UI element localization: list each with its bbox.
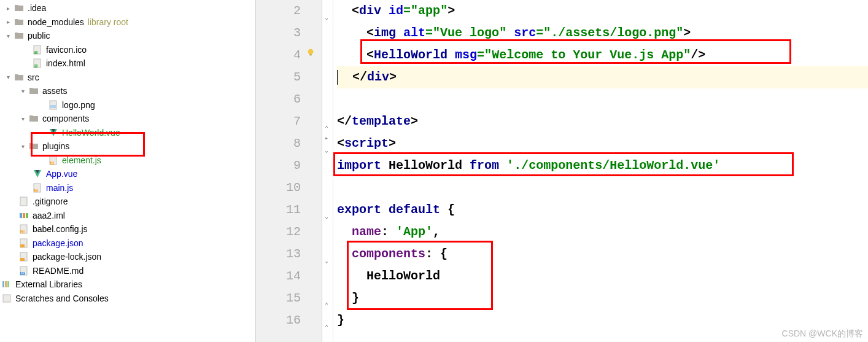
tree-item-packagejson[interactable]: package.json [0, 236, 255, 251]
code-line[interactable]: } [337, 287, 868, 309]
tree-item-elementjs[interactable]: JS element.js [0, 154, 255, 168]
code-line[interactable] [337, 88, 868, 111]
tree-item-public[interactable]: ▾ public [0, 29, 255, 43]
tree-item-assets[interactable]: ▾ assets [0, 84, 255, 98]
code-line[interactable]: import HelloWorld from './components/Hel… [337, 155, 868, 177]
chevron-right-icon: ▸ [4, 18, 12, 26]
code-line[interactable]: <img alt="Vue logo" src="./assets/logo.p… [337, 22, 868, 44]
svg-text:JS: JS [34, 188, 39, 192]
js-file-icon: JS [32, 183, 43, 193]
svg-text:H: H [34, 50, 37, 54]
code-area[interactable]: <div id="app"> <img alt="Vue logo" src="… [333, 0, 868, 342]
svg-rect-33 [309, 55, 312, 56]
watermark: CSDN @WCK的博客 [782, 328, 863, 340]
vue-file-icon [48, 128, 59, 138]
svg-rect-14 [20, 197, 27, 206]
svg-text:JS: JS [50, 161, 55, 165]
code-line[interactable] [337, 177, 868, 199]
tree-item-favicon[interactable]: H favicon.ico [0, 43, 255, 57]
gutter: 2 3 4 5 6 7 8 9 10 11 12 13 14 15 16 [256, 0, 322, 342]
svg-rect-17 [26, 213, 28, 218]
fold-handle-icon[interactable]: ⌄ [325, 206, 331, 212]
json-file-icon [18, 252, 29, 262]
fold-column[interactable]: ⌄ ⌃ ▸ ⌄ ⌄ ⌄ ⌃ ⌃ [322, 0, 333, 342]
svg-text:H: H [34, 64, 37, 68]
tree-item-mainjs[interactable]: JS main.js [0, 181, 255, 195]
tree-item-src[interactable]: ▾ src [0, 71, 255, 85]
tree-item-readme[interactable]: MD README.md [0, 264, 255, 278]
json-file-icon [18, 238, 29, 248]
code-line[interactable]: export default { [337, 199, 868, 221]
tree-item-appvue[interactable]: App.vue [0, 167, 255, 181]
chevron-down-icon: ▾ [18, 142, 27, 150]
js-file-icon: JS [48, 155, 59, 165]
svg-text:MD: MD [21, 271, 26, 275]
folder-icon [14, 72, 25, 82]
folder-icon [14, 17, 25, 27]
tree-item-scratches[interactable]: ▸ Scratches and Consoles [0, 292, 255, 306]
fold-handle-icon[interactable]: ⌃ [325, 118, 331, 124]
tree-item-indexhtml[interactable]: H index.html [0, 56, 255, 71]
folder-icon [14, 3, 25, 13]
code-line[interactable]: <HelloWorld msg="Welcome to Your Vue.js … [337, 44, 868, 66]
code-line[interactable]: <div id="app"> [337, 0, 868, 22]
tree-item-plugins[interactable]: ▾ plugins [0, 139, 255, 154]
chevron-down-icon: ▾ [4, 73, 12, 82]
js-file-icon: JS [18, 224, 29, 234]
image-file-icon [48, 100, 59, 110]
svg-rect-29 [5, 281, 7, 287]
tree-item-components[interactable]: ▾ components [0, 112, 255, 126]
tree-item-gitignore[interactable]: .gitignore [0, 195, 255, 209]
svg-rect-22 [20, 244, 25, 247]
folder-icon [28, 114, 39, 123]
fold-handle-icon[interactable]: ⌃ [325, 317, 331, 323]
libraries-icon [1, 279, 12, 289]
tree-item-logopng[interactable]: logo.png [0, 98, 255, 112]
html-file-icon: H [32, 58, 43, 68]
code-editor[interactable]: 2 3 4 5 6 7 8 9 10 11 12 13 14 15 16 ⌄ ⌃… [256, 0, 868, 342]
folder-icon [14, 31, 25, 41]
html-file-icon: H [32, 45, 43, 55]
tree-item-helloworld-vue[interactable]: HelloWorld.vue [0, 126, 255, 140]
fold-handle-icon[interactable]: ⌄ [325, 7, 331, 14]
tree-item-aaa2iml[interactable]: aaa2.iml [0, 209, 255, 223]
svg-rect-16 [23, 213, 25, 218]
folder-icon [28, 141, 39, 151]
svg-rect-31 [3, 295, 10, 302]
fold-handle-icon[interactable]: ⌃ [325, 295, 331, 301]
code-line-current[interactable]: </div> [337, 66, 868, 88]
tree-item-external-libraries[interactable]: ▸ External Libraries [0, 278, 255, 292]
code-line[interactable]: name: 'App', [337, 221, 868, 243]
chevron-right-icon: ▸ [4, 4, 12, 12]
svg-rect-28 [2, 281, 4, 287]
text-file-icon [18, 196, 29, 206]
scratches-icon [1, 293, 12, 303]
code-line[interactable]: components: { [337, 243, 868, 265]
svg-rect-30 [7, 281, 9, 287]
code-line[interactable]: <script> [337, 133, 868, 155]
md-file-icon: MD [18, 266, 29, 276]
svg-rect-24 [20, 258, 25, 261]
iml-file-icon [18, 211, 29, 220]
svg-rect-7 [50, 105, 56, 108]
vue-file-icon [32, 169, 43, 179]
svg-rect-15 [20, 213, 22, 218]
bulb-icon[interactable] [306, 48, 315, 56]
code-line[interactable]: </template> [337, 111, 868, 133]
tree-item-idea[interactable]: ▸ .idea [0, 1, 255, 15]
tree-item-packagelockjson[interactable]: package-lock.json [0, 250, 255, 264]
svg-text:JS: JS [21, 230, 25, 233]
fold-play-icon[interactable]: ▸ [325, 128, 331, 134]
code-line[interactable]: HelloWorld [337, 265, 868, 287]
tree-item-babelconfig[interactable]: JS babel.config.js [0, 222, 255, 236]
folder-icon [28, 86, 39, 96]
project-tree[interactable]: ▸ .idea ▸ node_modules library root ▾ pu… [0, 0, 256, 342]
fold-handle-icon[interactable]: ⌄ [325, 251, 331, 257]
chevron-down-icon: ▾ [4, 31, 12, 40]
fold-handle-icon[interactable]: ⌄ [325, 140, 331, 146]
tree-item-node-modules[interactable]: ▸ node_modules library root [0, 15, 255, 29]
svg-point-32 [308, 49, 314, 55]
chevron-down-icon: ▾ [18, 87, 27, 95]
chevron-down-icon: ▾ [18, 114, 27, 123]
